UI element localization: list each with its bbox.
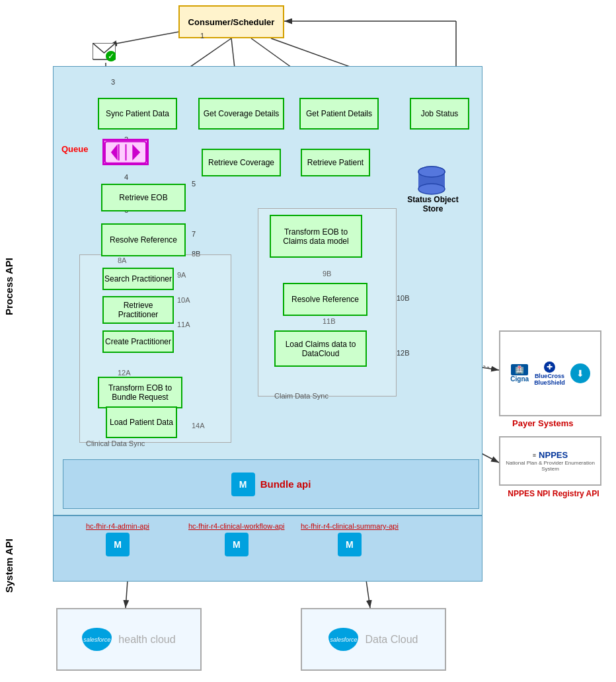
- transform-eob-bundle-box: Transform EOB to Bundle Request: [98, 377, 182, 408]
- payer-systems-box: 🏥 Cigna ✚ BlueCrossBlueShield ⬇: [499, 330, 601, 416]
- sync-patient-label: Sync Patient Data: [106, 109, 169, 118]
- get-coverage-box: Get Coverage Details: [198, 98, 284, 130]
- load-claims-box: Load Claims data to DataCloud: [274, 330, 367, 367]
- workflow-mule-icon: M: [225, 533, 249, 556]
- queue-label: Queue: [61, 144, 88, 154]
- retrieve-practitioner-label: Retrieve Practitioner: [104, 301, 173, 319]
- num-5: 5: [192, 180, 196, 188]
- retrieve-eob-box: Retrieve EOB: [101, 184, 186, 211]
- retrieve-coverage-label: Retrieve Coverage: [208, 158, 274, 167]
- transform-eob-claims-box: Transform EOB to Claims data model: [270, 215, 362, 258]
- bundle-mule-icon: M: [231, 473, 255, 496]
- load-patient-data-box: Load Patient Data: [106, 406, 177, 438]
- queue-icon: [102, 139, 149, 165]
- num-10b: 10B: [397, 294, 410, 302]
- process-api-label: Process API: [3, 258, 15, 315]
- load-patient-data-label: Load Patient Data: [110, 418, 173, 427]
- retrieve-patient-box: Retrieve Patient: [301, 149, 370, 176]
- clinical-summary-section: hc-fhir-r4-clinical-summary-api M: [301, 522, 399, 556]
- num-4: 4: [124, 173, 128, 181]
- nppes-label: NPPES NPI Registry API: [502, 489, 605, 498]
- status-db-icon: [415, 164, 448, 197]
- clinical-workflow-section: hc-fhir-r4-clinical-workflow-api M: [188, 522, 284, 556]
- system-api-label: System API: [3, 539, 15, 593]
- payer-download-icon: ⬇: [570, 363, 590, 383]
- clinical-data-sync-label: Clinical Data Sync: [86, 439, 145, 447]
- search-practitioner-label: Search Practitioner: [104, 274, 172, 284]
- cigna-logo: 🏥 Cigna: [510, 364, 529, 383]
- resolve-reference-2-label: Resolve Reference: [291, 295, 359, 304]
- load-claims-label: Load Claims data to DataCloud: [276, 340, 366, 358]
- sf-health-cloud-label: health cloud: [118, 634, 175, 646]
- sf-health-cloud-box: salesforce health cloud: [56, 608, 202, 671]
- get-patient-box: Get Patient Details: [299, 98, 379, 130]
- sync-patient-box: Sync Patient Data: [98, 98, 177, 130]
- num-7: 7: [192, 230, 196, 238]
- retrieve-coverage-box: Retrieve Coverage: [202, 149, 281, 176]
- transform-eob-claims-label: Transform EOB to Claims data model: [271, 227, 361, 246]
- status-object-store-label: Status Object Store: [403, 195, 463, 213]
- admin-api-section: hc-fhir-r4-admin-api M: [86, 522, 149, 556]
- email-icon: ✓: [93, 43, 116, 61]
- resolve-reference-1-label: Resolve Reference: [110, 235, 177, 245]
- svg-text:✓: ✓: [108, 52, 114, 61]
- summary-mule-icon: M: [338, 533, 362, 556]
- transform-eob-bundle-label: Transform EOB to Bundle Request: [99, 383, 181, 402]
- retrieve-practitioner-box: Retrieve Practitioner: [102, 296, 174, 324]
- bcbs-logo: ✚ BlueCrossBlueShield: [534, 361, 565, 386]
- clinical-workflow-label: hc-fhir-r4-clinical-workflow-api: [188, 522, 284, 530]
- search-practitioner-box: Search Practitioner: [102, 268, 174, 290]
- get-coverage-label: Get Coverage Details: [204, 109, 280, 118]
- resolve-reference-2-box: Resolve Reference: [283, 283, 367, 316]
- svg-point-49: [418, 184, 445, 194]
- nppes-box: ≡ NPPES National Plan & Provider Enumera…: [499, 436, 601, 486]
- create-practitioner-label: Create Practitioner: [105, 337, 171, 346]
- diagram-container: Consumer/Scheduler ✓ Process API System …: [0, 0, 616, 682]
- num-1: 1: [200, 32, 204, 40]
- retrieve-patient-label: Retrieve Patient: [307, 158, 364, 167]
- bundle-api-area: M Bundle api: [63, 459, 479, 509]
- num-3: 3: [111, 78, 115, 86]
- create-practitioner-box: Create Practitioner: [102, 330, 174, 353]
- admin-api-label: hc-fhir-r4-admin-api: [86, 522, 149, 530]
- bundle-api-label: Bundle api: [260, 478, 311, 490]
- job-status-box: Job Status: [410, 98, 469, 130]
- sf-data-cloud-box: salesforce Data Cloud: [301, 608, 446, 671]
- svg-point-50: [418, 167, 445, 177]
- get-patient-label: Get Patient Details: [306, 109, 372, 118]
- admin-mule-icon: M: [106, 533, 130, 556]
- claim-data-sync-label: Claim Data Sync: [274, 392, 328, 400]
- consumer-label: Consumer/Scheduler: [188, 17, 275, 27]
- payer-systems-label: Payer Systems: [512, 418, 574, 428]
- sf-data-cloud-icon: salesforce: [328, 628, 358, 651]
- sf-health-cloud-icon: salesforce: [82, 628, 112, 651]
- num-12b: 12B: [397, 349, 410, 357]
- job-status-label: Job Status: [421, 109, 459, 118]
- clinical-summary-label: hc-fhir-r4-clinical-summary-api: [301, 522, 399, 530]
- consumer-scheduler-box: Consumer/Scheduler: [178, 5, 284, 38]
- sf-data-cloud-label: Data Cloud: [365, 634, 418, 646]
- retrieve-eob-label: Retrieve EOB: [119, 193, 167, 202]
- resolve-reference-1-box: Resolve Reference: [101, 223, 186, 256]
